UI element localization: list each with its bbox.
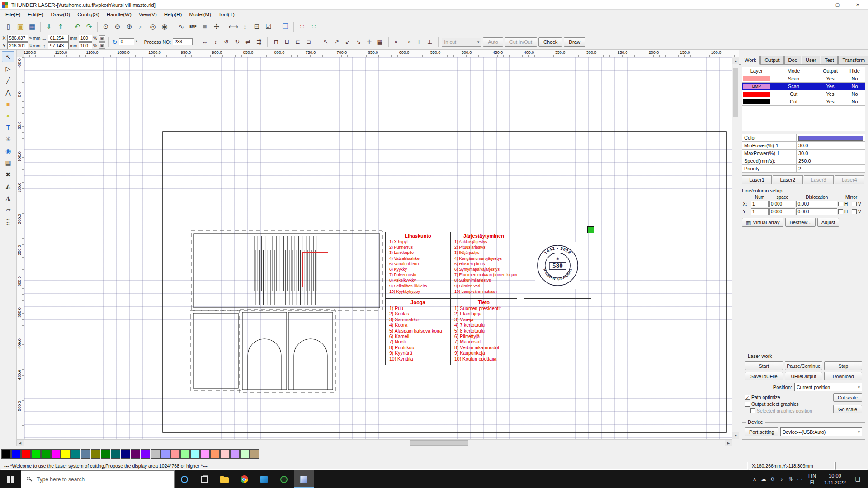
display-preview-icon[interactable]: ❐: [279, 21, 291, 33]
start-button[interactable]: Start: [745, 361, 783, 370]
y-mirror-v-checkbox[interactable]: [852, 209, 857, 214]
polyline-tool-icon[interactable]: ⋀: [2, 86, 14, 98]
layer-color-swatch[interactable]: [798, 136, 863, 141]
fill-tool-icon[interactable]: ■: [199, 21, 211, 33]
path-optimize-checkbox[interactable]: [745, 395, 750, 400]
palette-color[interactable]: [180, 449, 190, 459]
flip-vertical-icon[interactable]: ↕: [210, 37, 221, 47]
palette-color[interactable]: [230, 449, 240, 459]
save-icon[interactable]: ▦: [26, 21, 38, 33]
rotate-input[interactable]: 0: [119, 38, 134, 45]
ufile-output-button[interactable]: UFileOutput: [785, 372, 823, 380]
cortana-icon[interactable]: [175, 470, 194, 488]
align-top-icon[interactable]: ⊤: [414, 37, 424, 47]
zoom-select-icon[interactable]: ◉: [159, 21, 170, 33]
palette-color[interactable]: [200, 449, 210, 459]
palette-color[interactable]: [91, 449, 100, 459]
min-power-value[interactable]: 30.0: [797, 142, 865, 150]
dimension-vertical-icon[interactable]: ↕: [239, 21, 251, 33]
array-copy-tool-icon[interactable]: ⣿: [2, 216, 14, 227]
scroll-up-icon[interactable]: [732, 57, 739, 64]
hidden-icons-icon[interactable]: ∧: [750, 470, 759, 488]
menu-draw[interactable]: Draw(D): [47, 10, 74, 19]
palette-color[interactable]: [121, 449, 130, 459]
redo-icon[interactable]: ↷: [83, 21, 95, 33]
settings-tray-icon[interactable]: ⚙: [768, 470, 777, 488]
onedrive-icon[interactable]: ☁: [759, 470, 768, 488]
dimension-horizontal-icon[interactable]: ⟷: [227, 21, 239, 33]
save-to-ufile-button[interactable]: SaveToUFile: [745, 372, 783, 380]
minimize-button[interactable]: —: [807, 0, 827, 9]
language-indicator[interactable]: FINFI: [804, 473, 820, 485]
select-tool-icon[interactable]: ↖: [2, 51, 14, 62]
canvas-panel-lihaskunto[interactable]: Lihaskunto 1) X-hypyt2) Punnerrus3) Lank…: [385, 232, 451, 299]
speed-value[interactable]: 250.0: [797, 157, 865, 165]
horizontal-scroll-thumb[interactable]: [410, 440, 468, 446]
tab-work[interactable]: Work: [741, 56, 760, 65]
mirror-vertical-tool-icon[interactable]: ◮: [2, 192, 14, 203]
bestrew-button[interactable]: Bestrew...: [785, 218, 815, 227]
vertical-scroll-track[interactable]: [732, 64, 739, 432]
tab-transform[interactable]: Transform: [838, 56, 868, 64]
y-dislocation-input[interactable]: 0.000: [796, 208, 837, 215]
rotate-left-icon[interactable]: ↺: [221, 37, 231, 47]
go-scale-button[interactable]: Go scale: [833, 405, 862, 413]
scroll-right-icon[interactable]: [725, 440, 732, 446]
green-app-icon[interactable]: [274, 470, 294, 488]
undo-icon[interactable]: ↶: [71, 21, 83, 33]
palette-color[interactable]: [61, 449, 71, 459]
palette-color[interactable]: [111, 449, 120, 459]
bmp-tool-icon[interactable]: BMP: [187, 21, 199, 33]
palette-color[interactable]: [51, 449, 61, 459]
priority-value[interactable]: 2: [797, 165, 865, 173]
rotate-icon[interactable]: ↻: [112, 38, 118, 46]
preview-icon[interactable]: ☑: [263, 21, 274, 33]
palette-color[interactable]: [131, 449, 140, 459]
align-top-left-icon[interactable]: ↖: [321, 37, 331, 47]
maximize-button[interactable]: ▢: [827, 0, 848, 9]
output-select-graphics-checkbox[interactable]: [745, 402, 750, 407]
y-space-input[interactable]: 0.000: [769, 208, 795, 215]
flip-horizontal-icon[interactable]: ↔: [199, 37, 210, 47]
horizontal-scrollbar[interactable]: [17, 439, 732, 446]
zoom-out-icon[interactable]: ⊖: [112, 21, 123, 33]
lead-in-icon[interactable]: ⊏: [292, 37, 303, 47]
tab-doc[interactable]: Doc: [784, 56, 802, 64]
download-button[interactable]: Download: [824, 372, 862, 380]
layer-row[interactable]: ScanYesNo: [742, 75, 865, 83]
lock-ratio-top-icon[interactable]: ▣: [99, 35, 105, 42]
x-space-input[interactable]: 0.000: [769, 201, 795, 207]
skew-icon[interactable]: ⇄: [243, 37, 253, 47]
tab-user[interactable]: User: [802, 56, 820, 64]
height-input[interactable]: 97.143: [48, 42, 69, 49]
palette-color[interactable]: [31, 449, 41, 459]
draw-button[interactable]: Draw: [564, 37, 585, 47]
menu-config[interactable]: Config(S): [74, 10, 103, 19]
scroll-down-icon[interactable]: [732, 432, 739, 439]
color-grid2-icon[interactable]: ∷: [308, 21, 320, 33]
laser2-tab[interactable]: Laser2: [773, 175, 802, 184]
task-view-icon[interactable]: [194, 470, 214, 488]
align-bottom-left-icon[interactable]: ↙: [342, 37, 353, 47]
height-scale-input[interactable]: 100: [79, 42, 92, 49]
align-right-icon[interactable]: ⇥: [403, 37, 413, 47]
network-icon[interactable]: ⇅: [786, 470, 795, 488]
action-center-icon[interactable]: [850, 476, 865, 483]
palette-color[interactable]: [220, 449, 230, 459]
palette-color[interactable]: [151, 449, 160, 459]
node-select-tool-icon[interactable]: ▷: [2, 63, 14, 74]
print-icon[interactable]: ⊟: [251, 21, 263, 33]
ellipse-tool-icon[interactable]: ●: [2, 110, 14, 121]
delete-tool-icon[interactable]: ✖: [2, 169, 14, 180]
node-edit-icon[interactable]: ✣: [211, 21, 222, 33]
tab-output[interactable]: Output: [760, 56, 783, 64]
x-spinner[interactable]: ⇅: [29, 36, 32, 40]
x-dislocation-input[interactable]: 0.000: [796, 201, 837, 207]
scroll-left-icon[interactable]: [17, 440, 24, 446]
laser4-tab[interactable]: Laser4: [835, 175, 864, 184]
palette-color[interactable]: [190, 449, 200, 459]
close-button[interactable]: ✕: [848, 0, 868, 9]
vertical-scrollbar[interactable]: [732, 57, 739, 439]
distribute-icon[interactable]: ▦: [375, 37, 385, 47]
menu-file[interactable]: File(F): [2, 10, 24, 19]
